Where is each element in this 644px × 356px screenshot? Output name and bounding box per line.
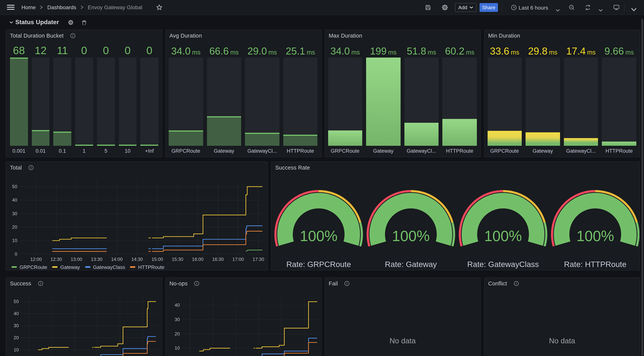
svg-text:40: 40 — [174, 302, 180, 307]
svg-text:100%: 100% — [392, 227, 430, 244]
svg-text:Rate: Gateway: Rate: Gateway — [385, 260, 437, 268]
svg-text:10: 10 — [174, 345, 180, 350]
svg-text:30: 30 — [14, 323, 19, 328]
svg-text:12:00: 12:00 — [30, 256, 42, 262]
svg-text:0: 0 — [15, 251, 17, 256]
svg-text:16:00: 16:00 — [192, 256, 204, 262]
svg-text:15:00: 15:00 — [152, 256, 163, 262]
svg-text:30: 30 — [174, 317, 180, 322]
svg-text:50: 50 — [14, 299, 19, 304]
svg-text:100%: 100% — [484, 227, 522, 244]
svg-text:40: 40 — [12, 197, 17, 202]
svg-text:13:00: 13:00 — [71, 256, 82, 262]
svg-text:Rate: GatewayClass: Rate: GatewayClass — [467, 260, 539, 268]
svg-text:10: 10 — [12, 238, 17, 243]
svg-text:50: 50 — [12, 184, 17, 189]
svg-text:12:30: 12:30 — [50, 256, 62, 262]
svg-text:10: 10 — [14, 347, 19, 352]
svg-text:Rate: HTTPRoute: Rate: HTTPRoute — [564, 260, 626, 268]
svg-text:20: 20 — [174, 331, 180, 336]
svg-text:17:00: 17:00 — [232, 256, 244, 262]
svg-text:14:00: 14:00 — [111, 256, 123, 262]
svg-text:30: 30 — [12, 211, 17, 216]
svg-text:16:30: 16:30 — [212, 256, 224, 262]
svg-text:Rate: GRPCRoute: Rate: GRPCRoute — [286, 260, 351, 268]
svg-text:17:30: 17:30 — [252, 256, 264, 262]
svg-text:100%: 100% — [300, 227, 338, 244]
svg-text:15:30: 15:30 — [172, 256, 183, 262]
svg-text:20: 20 — [14, 335, 19, 340]
svg-text:14:30: 14:30 — [131, 256, 143, 262]
svg-text:40: 40 — [14, 311, 19, 316]
svg-text:100%: 100% — [576, 227, 614, 244]
svg-text:13:30: 13:30 — [91, 256, 102, 262]
svg-text:20: 20 — [12, 224, 17, 229]
